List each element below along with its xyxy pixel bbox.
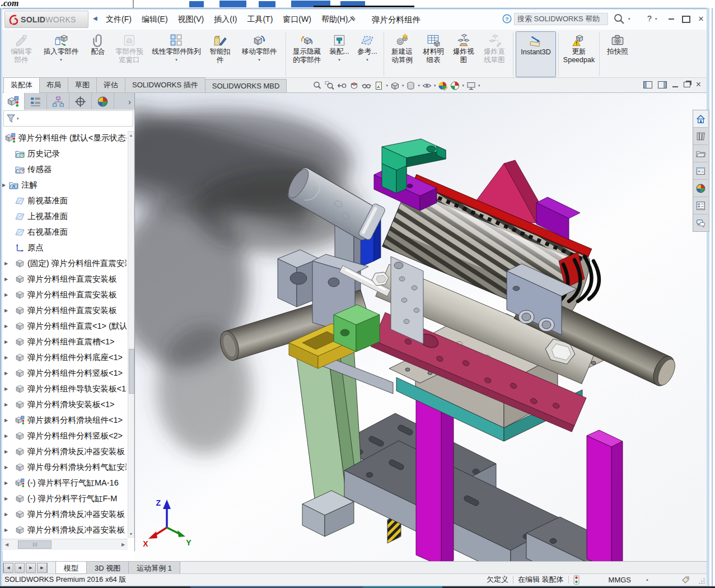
scroll-down-icon[interactable]: ▼	[128, 530, 134, 537]
zoom-to-area-icon[interactable]	[324, 81, 335, 91]
toolbar-explode-line-sketch[interactable]: 爆炸直线草图	[478, 31, 511, 77]
expand-arrow-icon[interactable]: ▶	[4, 449, 11, 454]
hide-show-caret[interactable]: ▾	[434, 83, 436, 88]
tab-3d-views[interactable]: 3D 视图	[86, 562, 129, 574]
model-holed-plate[interactable]	[391, 256, 423, 344]
tree-item-component[interactable]: ▶弹片母分料滑块分料气缸安装	[2, 459, 127, 475]
menu-insert[interactable]: 插入(I)	[209, 12, 242, 27]
annotation-visibility-icon[interactable]	[361, 81, 372, 91]
scroll-right-icon[interactable]: ▶	[119, 542, 128, 547]
view-orientation-icon[interactable]	[390, 81, 400, 91]
toolbar-new-motion-study[interactable]: 新建运动算例	[386, 31, 418, 77]
model-green-block[interactable]	[334, 305, 380, 352]
expand-arrow-icon[interactable]: ▶	[4, 512, 11, 517]
toolbar-exploded-view[interactable]: 爆炸视图	[449, 31, 478, 77]
tree-item-component[interactable]: ▶弹片分料滑块安装板<1>	[2, 396, 127, 412]
panel-tab-overflow[interactable]: ›	[128, 97, 131, 106]
toolbar-show-hide-components[interactable]: 显示隐藏的零部件	[288, 31, 325, 77]
expand-arrow-icon[interactable]: ▶	[4, 480, 11, 486]
tree-item-component[interactable]: ▶弹片分料滑块反冲器安装板	[2, 522, 127, 538]
tree-item-component[interactable]: ▶弹片分料组件直震<1> (默认)	[2, 318, 127, 334]
tree-scroll-thumb[interactable]	[129, 349, 134, 394]
toolbar-linear-pattern[interactable]: 线性零部件阵列▾	[148, 31, 205, 77]
expand-arrow-icon[interactable]: ▶	[4, 371, 11, 376]
dimxpertmanager-tab[interactable]	[69, 93, 92, 110]
pane-left-icon[interactable]	[643, 81, 652, 88]
tree-item-component[interactable]: ▶(-) 弹片分料平行气缸F-M	[2, 491, 127, 506]
expand-arrow-icon[interactable]: ▶	[4, 324, 11, 329]
help-circle-icon[interactable]: ?	[502, 14, 512, 24]
expand-arrow-icon[interactable]: ▶	[4, 402, 11, 407]
tree-item-right-plane[interactable]: 右视基准面	[2, 224, 127, 240]
display-style-icon[interactable]	[405, 81, 416, 91]
tree-item-top-plane[interactable]: 上视基准面	[2, 208, 127, 224]
taskpane-design-library-button[interactable]	[693, 128, 708, 145]
tree-item-component[interactable]: ▶弹片分料滑块反冲器安装板	[2, 444, 127, 459]
tree-item-component[interactable]: ▶弹片分料组件直震安装板	[2, 302, 127, 318]
toolbar-smart-fasteners[interactable]: 智能扣件	[205, 31, 235, 77]
tree-item-component[interactable]: ▶弹片分料组件分料竖板<2>	[2, 428, 127, 444]
nav-prev-icon[interactable]: ◀	[15, 563, 25, 573]
toolbar-assembly-features[interactable]: 装配...▾	[325, 31, 353, 77]
tree-root[interactable]: 弹片分料组件 (默认<显示状态-1>)	[2, 130, 127, 146]
tree-item-front-plane[interactable]: 前视基准面	[2, 193, 127, 208]
edit-appearance-icon[interactable]	[437, 81, 448, 91]
tree-item-component[interactable]: ▶弹片分料组件分料竖板<1>	[2, 365, 127, 381]
menu-collapse-icon[interactable]: ◀	[93, 15, 97, 21]
nav-last-icon[interactable]: ▶	[37, 563, 48, 573]
tab-motion-study[interactable]: 运动算例 1	[128, 562, 180, 574]
tree-item-subassembly[interactable]: ▶(-) 弹片料平行气缸MA-16	[2, 475, 127, 491]
toolbar-reference-geometry[interactable]: 参考...▾	[353, 31, 381, 77]
help-dropdown-caret[interactable]: ▾	[655, 17, 657, 21]
tree-item-sensors[interactable]: 传感器	[2, 161, 127, 177]
displaymanager-tab[interactable]	[92, 93, 114, 110]
zoom-to-fit-icon[interactable]	[312, 81, 323, 91]
tree-item-annotations[interactable]: ▶ 注解	[2, 177, 127, 193]
doc-close-icon[interactable]: ×	[696, 80, 701, 90]
filter-caret[interactable]: ▾	[17, 116, 19, 121]
tree-item-component[interactable]: ▶弹片分料组件直震槽<1>	[2, 334, 127, 349]
tree-item-component[interactable]: ▶(固定) 弹片分料组件直震安装	[2, 255, 127, 271]
tab-model[interactable]: 模型	[55, 562, 87, 574]
taskpane-view-palette-button[interactable]	[693, 162, 708, 180]
tree-item-subassembly[interactable]: ▶弹片拨料分料滑块组件<1>	[2, 412, 127, 428]
traffic-light-icon[interactable]	[573, 575, 580, 585]
help-menu[interactable]: ?	[647, 14, 652, 23]
scroll-left-icon[interactable]: ◀	[2, 542, 11, 547]
nav-next-icon[interactable]: ▶	[26, 563, 36, 573]
resize-grip-icon[interactable]	[698, 577, 705, 585]
display-style-caret[interactable]: ▾	[418, 83, 420, 88]
expand-arrow-icon[interactable]: ▶	[4, 465, 11, 470]
menu-tools[interactable]: 工具(T)	[242, 12, 278, 27]
tab-addins[interactable]: SOLIDWORKS 插件	[125, 77, 205, 92]
orientation-caret[interactable]: ▾	[402, 83, 404, 88]
expand-arrow-icon[interactable]: ▶	[4, 261, 11, 266]
expand-arrow-icon[interactable]: ▶	[4, 308, 11, 313]
taskpane-file-explorer-button[interactable]	[693, 145, 708, 162]
search-input[interactable]: 搜索 SOLIDWORKS 帮助	[514, 13, 608, 25]
toolbar-instant3d[interactable]: Instant3D	[516, 31, 556, 77]
toolbar-bill-of-materials[interactable]: 材料明细表	[418, 31, 449, 77]
view-settings-icon[interactable]	[466, 81, 476, 91]
expand-arrow-icon[interactable]: ▶	[4, 355, 11, 360]
taskpane-appearances-button[interactable]	[693, 180, 708, 197]
minimize-button[interactable]	[665, 13, 678, 25]
tree-vertical-scrollbar[interactable]: ▲ ▼	[128, 131, 134, 538]
menu-edit[interactable]: 编辑(E)	[137, 12, 173, 27]
tree-item-component[interactable]: ▶弹片分料组件分料底座<1>	[2, 349, 127, 365]
close-button[interactable]: ×	[694, 13, 708, 25]
taskpane-custom-properties-button[interactable]	[693, 197, 708, 214]
doc-restore-icon[interactable]	[684, 82, 690, 87]
menu-view[interactable]: 视图(V)	[173, 12, 209, 27]
tab-mbd[interactable]: SOLIDWORKS MBD	[205, 79, 287, 92]
tab-sketch[interactable]: 草图	[68, 77, 97, 92]
tree-hscroll-thumb[interactable]	[18, 540, 52, 549]
menu-file[interactable]: 文件(F)	[101, 12, 137, 27]
pin-icon[interactable]	[347, 16, 356, 24]
toolbar-component-preview[interactable]: 零部件预览窗口	[111, 31, 148, 77]
tree-item-origin[interactable]: 原点	[2, 240, 127, 255]
doc-minimize-icon[interactable]	[672, 86, 678, 87]
scene-ball-caret[interactable]: ▾	[462, 83, 464, 88]
tree-item-component[interactable]: ▶弹片分料组件直震安装板	[2, 287, 127, 302]
tree-item-component[interactable]: ▶弹片分料滑块反冲器安装板	[2, 506, 127, 522]
